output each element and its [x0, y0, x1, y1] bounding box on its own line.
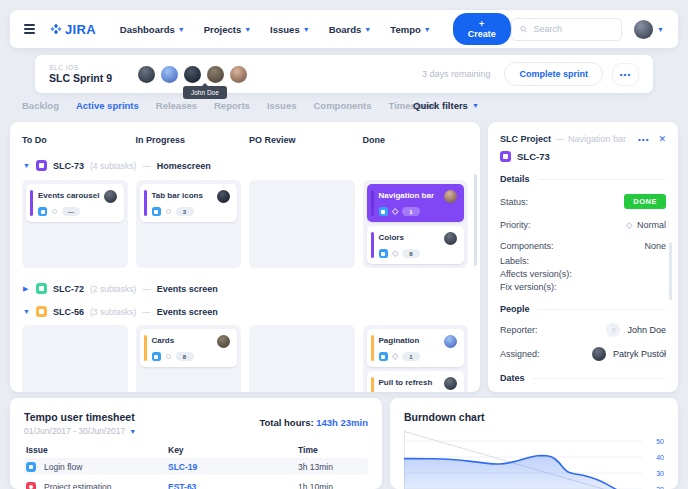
panel-more-button[interactable]: •••: [638, 135, 649, 144]
issue-key-link[interactable]: SLC-19: [168, 462, 298, 472]
epic-icon: [36, 306, 47, 317]
burndown-chart-plot: [404, 431, 642, 489]
avatar: [217, 190, 230, 203]
panel-issue-title: Navigation bar: [568, 134, 626, 144]
chevron-down-icon[interactable]: ▼: [23, 162, 30, 169]
scrollbar[interactable]: [669, 242, 672, 300]
more-options-button[interactable]: •••: [612, 63, 639, 86]
y-tick-label: 30: [656, 470, 664, 477]
avatar: [217, 335, 230, 348]
estimate-badge: 8: [176, 352, 194, 361]
nav-item-tempo[interactable]: Tempo▼: [390, 24, 430, 35]
logo-text: JIRA: [65, 22, 96, 37]
column-cell: Cards 8: [136, 325, 242, 392]
avatar[interactable]: [138, 66, 155, 83]
avatar[interactable]: [207, 66, 224, 83]
estimate-badge: 8: [402, 249, 420, 258]
chevron-down-icon: ▼: [657, 26, 664, 33]
epic-name: Events screen: [157, 307, 218, 317]
chevron-down-icon[interactable]: ▼: [23, 308, 30, 315]
avatar: [634, 20, 653, 39]
kanban-card-cards[interactable]: Cards 8: [140, 329, 238, 367]
epic-key[interactable]: SLC-72: [53, 284, 84, 294]
kanban-board: To Do In Progress PO Review Done ▼ SLC-7…: [10, 122, 480, 392]
date-range-dropdown[interactable]: 01/Jun/2017 - 30/Jun/2017▼: [24, 426, 136, 436]
tab-components[interactable]: Components: [313, 100, 371, 111]
nav-item-issues[interactable]: Issues▼: [270, 24, 310, 35]
card-epic-stripe: [144, 190, 147, 216]
people-section-heading: People: [500, 304, 666, 314]
tab-releases[interactable]: Releases: [156, 100, 197, 111]
tab-active-sprints[interactable]: Active sprints: [76, 100, 139, 111]
priority-icon: [627, 222, 633, 228]
chevron-right-icon[interactable]: ▶: [23, 285, 30, 293]
avatar: [444, 335, 457, 348]
nav-item-projects[interactable]: Projects▼: [204, 24, 251, 35]
column-header-todo: To Do: [22, 135, 128, 145]
estimate-badge: 1: [402, 352, 420, 361]
column-header-inprogress: In Progress: [136, 135, 242, 145]
epic-row: ▼ SLC-73 (4 subtasks) — Homescreen: [10, 159, 480, 172]
priority-icon: [392, 353, 398, 359]
quick-filters-dropdown[interactable]: Quick filters▼: [413, 100, 479, 111]
jira-logo[interactable]: JIRA: [50, 22, 96, 37]
estimate-badge: 1: [402, 207, 420, 216]
column-cell-empty: [249, 180, 355, 268]
sprint-avatars: [138, 66, 247, 83]
avatar[interactable]: [161, 66, 178, 83]
column-cell-empty: [249, 325, 355, 392]
kanban-card-pagination[interactable]: Pagination 1: [367, 329, 465, 367]
tab-issues[interactable]: Issues: [267, 100, 297, 111]
hamburger-menu-icon[interactable]: [24, 24, 35, 34]
avatar: [444, 190, 457, 203]
board-tabs: Backlog Active sprints Releases Reports …: [22, 100, 435, 111]
create-button[interactable]: + Create: [453, 13, 511, 45]
kanban-card-pull-to-refresh[interactable]: Pull to refresh: [367, 371, 465, 392]
avatar[interactable]: [230, 66, 247, 83]
chevron-down-icon: ▼: [244, 26, 251, 33]
panel-issue-key[interactable]: SLC-73: [517, 151, 550, 162]
issue-type-icon: [26, 462, 36, 472]
estimate-badge: —: [62, 207, 80, 216]
timesheet-row[interactable]: Project estimation EST-63 1h 10min: [24, 478, 368, 489]
sprint-project-label: SLC iOS: [49, 64, 112, 71]
field-status: Status: DONE: [500, 194, 666, 209]
kanban-card-navigation-bar[interactable]: Navigation bar 1: [367, 184, 465, 222]
epic-key[interactable]: SLC-56: [53, 307, 84, 317]
kanban-card-events-carousel[interactable]: Events carousel —: [26, 184, 124, 222]
sprint-title: SLC Sprint 9: [49, 72, 112, 84]
card-epic-stripe: [371, 232, 374, 258]
card-epic-stripe: [371, 377, 374, 392]
avatar[interactable]: [184, 66, 201, 83]
issue-key-link[interactable]: EST-63: [168, 482, 298, 489]
scrollbar[interactable]: [474, 174, 477, 266]
user-menu[interactable]: ▼: [634, 20, 664, 39]
epic-row: ▶ SLC-72 (2 subtasks) — Events screen: [10, 282, 480, 295]
timesheet-row[interactable]: Login flow SLC-19 3h 13min: [24, 458, 368, 475]
column-cell: Tab bar icons 3: [136, 180, 242, 268]
jira-logo-icon: [50, 23, 62, 35]
epic-subtask-count: (3 subtasks): [90, 307, 136, 317]
tempo-timesheet-card: Tempo user timesheet 01/Jun/2017 - 30/Ju…: [10, 398, 382, 489]
priority-icon: [52, 209, 57, 214]
kanban-card-colors[interactable]: Colors 8: [367, 226, 465, 264]
chevron-down-icon: ▼: [364, 26, 371, 33]
complete-sprint-button[interactable]: Complete sprint: [504, 62, 603, 86]
avatar: [444, 232, 457, 245]
tab-reports[interactable]: Reports: [214, 100, 250, 111]
nav-item-dashboards[interactable]: Dashboards▼: [120, 24, 185, 35]
epic-icon: [36, 283, 47, 294]
close-icon[interactable]: ✕: [658, 134, 666, 144]
avatar-placeholder: ?: [606, 323, 620, 337]
column-cell-empty: [22, 325, 128, 392]
epic-key[interactable]: SLC-73: [53, 161, 84, 171]
tab-backlog[interactable]: Backlog: [22, 100, 59, 111]
issue-type-icon: [379, 352, 388, 361]
kanban-card-tab-bar-icons[interactable]: Tab bar icons 3: [140, 184, 238, 222]
nav-item-boards[interactable]: Boards▼: [329, 24, 372, 35]
burndown-chart: 50403020: [404, 431, 664, 489]
status-badge[interactable]: DONE: [624, 194, 666, 209]
search-box[interactable]: [511, 18, 622, 41]
y-tick-label: 50: [656, 438, 664, 445]
search-input[interactable]: [533, 24, 613, 34]
